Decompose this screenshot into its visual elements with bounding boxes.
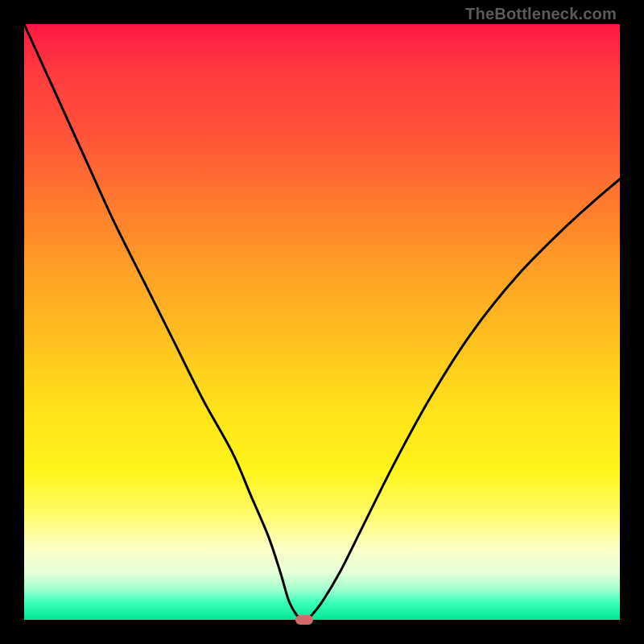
plot-area <box>24 24 620 620</box>
watermark-text: TheBottleneck.com <box>465 5 617 23</box>
optimum-marker <box>295 615 313 625</box>
bottleneck-curve <box>24 24 620 620</box>
chart-frame: TheBottleneck.com <box>0 0 644 644</box>
curve-svg <box>24 24 620 620</box>
